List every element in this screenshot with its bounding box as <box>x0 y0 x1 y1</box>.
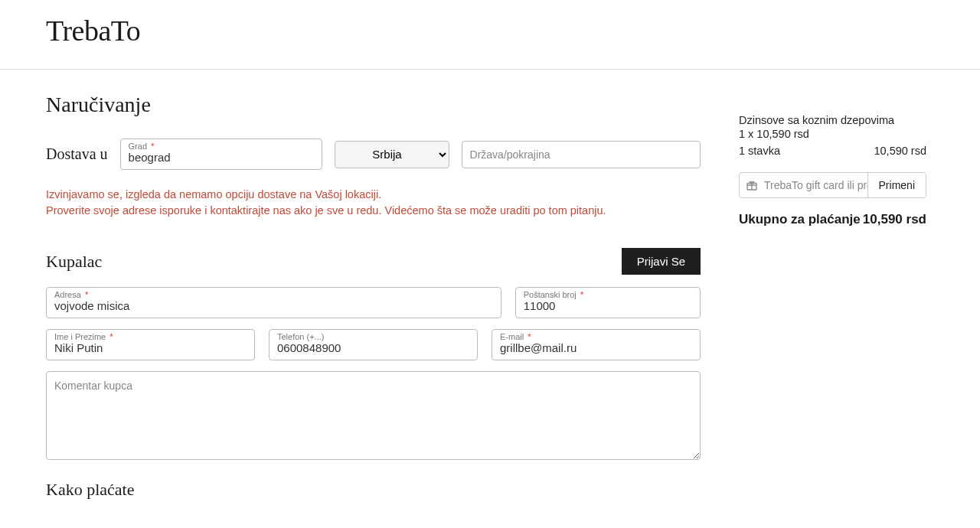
cart-subtotal: 10,590 rsd <box>874 145 926 157</box>
address-input[interactable] <box>54 292 493 312</box>
gift-icon <box>740 173 764 197</box>
login-button[interactable]: Prijavi Se <box>622 248 701 275</box>
brand-logo[interactable]: TrebaTo <box>46 14 934 47</box>
required-marker: * <box>85 290 88 299</box>
country-select[interactable]: Srbija <box>335 142 449 168</box>
city-label: Grad <box>129 142 147 151</box>
cart-count: 1 stavka <box>739 145 780 157</box>
name-label: Ime i Prezime <box>54 332 106 341</box>
required-marker: * <box>151 142 154 151</box>
email-field[interactable]: E-mail * <box>492 329 701 360</box>
phone-label: Telefon (+...) <box>277 332 324 341</box>
city-field[interactable]: Grad * <box>120 139 322 170</box>
total-value: 10,590 rsd <box>863 212 926 227</box>
required-marker: * <box>580 290 583 299</box>
giftcard-apply-button[interactable]: Primeni <box>867 173 926 197</box>
address-field[interactable]: Adresa * <box>46 287 501 318</box>
comment-textarea[interactable] <box>46 371 701 460</box>
required-marker: * <box>528 332 531 341</box>
giftcard-input[interactable] <box>764 173 867 197</box>
region-field[interactable] <box>462 141 701 168</box>
city-input[interactable] <box>129 144 314 164</box>
country-field[interactable]: Srbija <box>335 141 449 168</box>
address-label: Adresa <box>54 290 81 299</box>
giftcard-row: Primeni <box>739 172 926 198</box>
phone-field[interactable]: Telefon (+...) <box>269 329 478 360</box>
payment-heading: Kako plaćate <box>46 480 701 500</box>
required-marker: * <box>109 332 113 341</box>
cart-item-name: Dzinsove sa koznim dzepovima <box>739 114 926 126</box>
total-label: Ukupno za plaćanje <box>739 212 861 227</box>
customer-heading: Kupalac <box>46 252 102 272</box>
delivery-error: Izvinjavamo se, izgleda da nemamo opciju… <box>46 187 701 219</box>
zip-label: Poštanski broj <box>524 290 577 299</box>
page-title: Naručivanje <box>46 93 701 117</box>
name-field[interactable]: Ime i Prezime * <box>46 329 255 360</box>
cart-item-qty: 1 x 10,590 rsd <box>739 128 926 140</box>
region-input[interactable] <box>470 142 692 168</box>
delivery-label: Dostava u <box>46 145 108 163</box>
email-label: E-mail <box>500 332 524 341</box>
order-summary: Dzinsove sa koznim dzepovima 1 x 10,590 … <box>739 93 926 500</box>
error-line-1: Izvinjavamo se, izgleda da nemamo opciju… <box>46 187 701 203</box>
zip-field[interactable]: Poštanski broj * <box>515 287 701 318</box>
error-line-2: Proverite svoje adrese isporuke i kontak… <box>46 203 701 219</box>
